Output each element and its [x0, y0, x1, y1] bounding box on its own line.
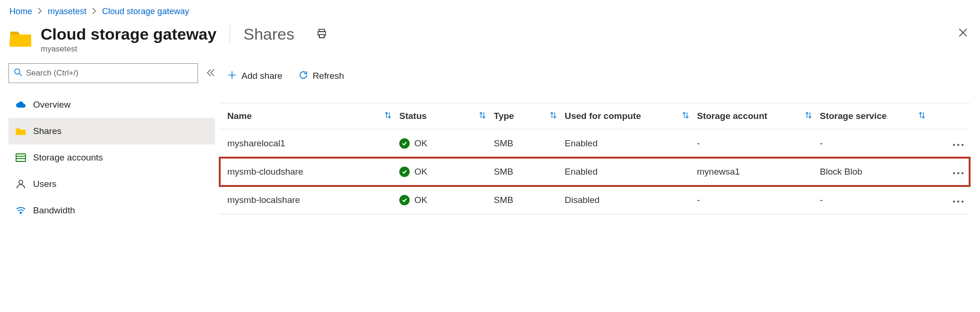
- svg-point-10: [957, 143, 959, 145]
- toolbar: Add share Refresh: [220, 63, 970, 89]
- refresh-button[interactable]: Refresh: [299, 70, 344, 82]
- sidebar-item-label: Bandwidth: [33, 205, 75, 216]
- user-icon: [15, 179, 26, 189]
- folder-icon: [15, 127, 26, 135]
- folder-yellow-icon: [9, 29, 32, 48]
- sidebar-item-bandwidth[interactable]: Bandwidth: [9, 197, 215, 224]
- toolbar-label: Refresh: [313, 71, 344, 81]
- column-status[interactable]: Status: [399, 111, 494, 121]
- cell-name: mysmb-cloudshare: [220, 167, 399, 177]
- sort-icon: [805, 111, 820, 121]
- row-actions-icon[interactable]: [953, 167, 964, 177]
- breadcrumb-blade[interactable]: Cloud storage gateway: [102, 7, 189, 17]
- sort-icon: [384, 111, 399, 121]
- svg-point-12: [953, 172, 955, 174]
- toolbar-label: Add share: [241, 71, 283, 81]
- cell-type: SMB: [494, 167, 565, 177]
- svg-point-16: [957, 200, 959, 202]
- print-icon[interactable]: [316, 28, 327, 41]
- svg-line-3: [19, 74, 22, 76]
- sidebar-item-shares[interactable]: Shares: [9, 118, 215, 144]
- svg-rect-1: [319, 34, 324, 38]
- cell-name: mysharelocal1: [220, 138, 399, 149]
- column-compute[interactable]: Used for compute: [565, 111, 697, 121]
- close-icon[interactable]: [955, 25, 971, 42]
- sidebar-item-users[interactable]: Users: [9, 171, 215, 197]
- sidebar-item-label: Overview: [33, 100, 70, 110]
- plus-icon: [227, 70, 237, 82]
- cell-name: mysmb-localshare: [220, 195, 399, 205]
- cell-status: OK: [399, 138, 494, 149]
- cell-status: OK: [399, 167, 494, 177]
- sort-icon: [550, 111, 565, 121]
- shares-table: Name Status Type Used for compute Storag…: [220, 103, 970, 214]
- sidebar-item-storage-accounts[interactable]: Storage accounts: [9, 144, 215, 171]
- svg-point-13: [957, 172, 959, 174]
- sort-icon: [682, 111, 697, 121]
- row-actions-icon[interactable]: [953, 195, 964, 205]
- column-storage-account[interactable]: Storage account: [697, 111, 820, 121]
- table-row[interactable]: mysmb-cloudshare OK SMB Enabled mynewsa1…: [220, 158, 970, 186]
- sidebar-item-label: Storage accounts: [33, 152, 103, 163]
- svg-point-14: [962, 172, 963, 174]
- svg-point-9: [953, 143, 955, 145]
- refresh-icon: [299, 70, 308, 82]
- cell-type: SMB: [494, 138, 565, 149]
- cloud-icon: [15, 101, 26, 109]
- column-storage-service[interactable]: Storage service: [820, 111, 933, 121]
- column-name[interactable]: Name: [220, 111, 399, 121]
- cell-compute: Enabled: [565, 138, 697, 149]
- collapse-sidebar-icon[interactable]: [206, 69, 215, 78]
- status-ok-icon: [399, 138, 410, 149]
- sidebar-item-overview[interactable]: Overview: [9, 92, 215, 118]
- add-share-button[interactable]: Add share: [227, 70, 283, 82]
- cell-storage-service: -: [820, 195, 933, 205]
- svg-point-2: [15, 69, 20, 74]
- cell-type: SMB: [494, 195, 565, 205]
- table-row[interactable]: mysharelocal1 OK SMB Enabled - -: [220, 129, 970, 158]
- sort-icon: [918, 111, 933, 121]
- cell-storage-account: -: [697, 138, 820, 149]
- search-placeholder: Search (Ctrl+/): [26, 68, 78, 78]
- svg-point-11: [962, 143, 963, 145]
- sidebar-item-label: Users: [33, 179, 57, 189]
- status-ok-icon: [399, 195, 410, 205]
- svg-rect-4: [16, 154, 26, 161]
- sidebar: Search (Ctrl+/) Overview Shares Storage …: [0, 63, 220, 224]
- cell-compute: Disabled: [565, 195, 697, 205]
- page-title: Cloud storage gateway: [41, 25, 216, 43]
- table-header: Name Status Type Used for compute Storag…: [220, 103, 970, 129]
- status-ok-icon: [399, 167, 410, 177]
- page-header: Cloud storage gateway Shares myasetest: [0, 21, 980, 63]
- row-actions-icon[interactable]: [953, 138, 964, 149]
- svg-point-17: [962, 200, 963, 202]
- cell-compute: Enabled: [565, 167, 697, 177]
- svg-point-7: [19, 180, 23, 184]
- cell-storage-account: -: [697, 195, 820, 205]
- content: Add share Refresh Name Status Type Used …: [220, 63, 980, 224]
- search-icon: [14, 68, 22, 79]
- wifi-icon: [15, 207, 26, 214]
- page-subtitle: Shares: [230, 25, 294, 43]
- cell-storage-service: -: [820, 138, 933, 149]
- resource-name: myasetest: [41, 44, 327, 54]
- chevron-right-icon: [38, 7, 42, 17]
- chevron-right-icon: [92, 7, 96, 17]
- search-input[interactable]: Search (Ctrl+/): [9, 63, 198, 83]
- breadcrumb: Home myasetest Cloud storage gateway: [0, 0, 980, 21]
- breadcrumb-home[interactable]: Home: [9, 7, 32, 17]
- column-type[interactable]: Type: [494, 111, 565, 121]
- cell-storage-account: mynewsa1: [697, 167, 820, 177]
- svg-point-15: [953, 200, 955, 202]
- cell-status: OK: [399, 195, 494, 205]
- cell-storage-service: Block Blob: [820, 167, 933, 177]
- breadcrumb-resource[interactable]: myasetest: [48, 7, 86, 17]
- sidebar-item-label: Shares: [33, 126, 61, 136]
- storage-icon: [15, 153, 26, 162]
- sort-icon: [479, 111, 494, 121]
- table-row[interactable]: mysmb-localshare OK SMB Disabled - -: [220, 186, 970, 214]
- svg-point-8: [20, 212, 22, 214]
